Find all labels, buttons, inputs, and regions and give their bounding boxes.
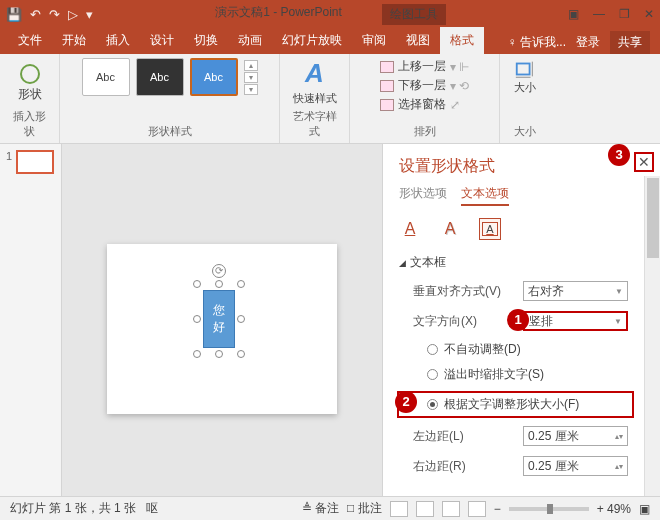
textbox-icon[interactable]: A	[479, 218, 501, 240]
comments-button[interactable]: □ 批注	[347, 500, 382, 517]
shape-text-1: 您	[213, 302, 225, 319]
slideshow-icon[interactable]: ▷	[68, 7, 78, 22]
row-vertical-align: 垂直对齐方式(V) 右对齐▼	[399, 281, 644, 301]
tab-file[interactable]: 文件	[8, 27, 52, 54]
selected-shape[interactable]: ⟳ 您 好	[197, 284, 241, 354]
pane-close-button[interactable]: ✕	[634, 152, 654, 172]
rotation-handle[interactable]: ⟳	[212, 264, 226, 278]
tab-transitions[interactable]: 切换	[184, 27, 228, 54]
group-label: 插入形状	[8, 109, 51, 141]
close-icon[interactable]: ✕	[644, 7, 654, 21]
style-preset-3[interactable]: Abc	[190, 58, 238, 96]
tab-review[interactable]: 审阅	[352, 27, 396, 54]
size-button[interactable]: 大小	[505, 58, 545, 95]
row-text-direction: 文字方向(X) 1 竖排▼	[399, 311, 644, 331]
undo-icon[interactable]: ↶	[30, 7, 41, 22]
radio-no-autofit[interactable]: 不自动调整(D)	[399, 341, 644, 358]
status-bar: 幻灯片 第 1 张，共 1 张 呕 ≜ 备注 □ 批注 − + 49% ▣	[0, 496, 660, 520]
pane-title: 设置形状格式	[399, 156, 644, 177]
text-effects-icon[interactable]: A	[439, 218, 461, 240]
resize-handle-s[interactable]	[215, 350, 223, 358]
section-textbox[interactable]: ◢ 文本框	[399, 254, 644, 271]
shapes-label: 形状	[18, 86, 42, 103]
ribbon-options-icon[interactable]: ▣	[568, 7, 579, 21]
notes-button[interactable]: ≜ 备注	[302, 500, 339, 517]
radio-shrink-overflow[interactable]: 溢出时缩排文字(S)	[399, 366, 644, 383]
view-normal-icon[interactable]	[390, 501, 408, 517]
group-label: 艺术字样式	[288, 109, 341, 141]
pane-category-icons: A A A	[399, 218, 644, 240]
left-margin-input[interactable]: 0.25 厘米▴▾	[523, 426, 628, 446]
group-wordart-styles: A 快速样式 艺术字样式	[280, 54, 350, 143]
resize-handle-sw[interactable]	[193, 350, 201, 358]
view-slideshow-icon[interactable]	[468, 501, 486, 517]
direction-dropdown[interactable]: 竖排▼	[523, 311, 628, 331]
group-label: 排列	[414, 124, 436, 141]
style-preset-2[interactable]: Abc	[136, 58, 184, 96]
tell-me[interactable]: ♀ 告诉我...	[508, 34, 566, 51]
save-icon[interactable]: 💾	[6, 7, 22, 22]
tab-view[interactable]: 视图	[396, 27, 440, 54]
slide: ⟳ 您 好	[107, 244, 337, 414]
shapes-button[interactable]: 形状	[10, 58, 50, 108]
bring-forward[interactable]: 上移一层▾ ⊩	[380, 58, 469, 75]
scrollbar-thumb[interactable]	[647, 178, 659, 258]
quick-styles-button[interactable]: A 快速样式	[293, 58, 337, 108]
minimize-icon[interactable]: —	[593, 7, 605, 21]
row-right-margin: 右边距(R) 0.25 厘米▴▾	[399, 456, 644, 476]
resize-handle-se[interactable]	[237, 350, 245, 358]
tab-design[interactable]: 设计	[140, 27, 184, 54]
qat-more-icon[interactable]: ▾	[86, 7, 93, 22]
restore-icon[interactable]: ❐	[619, 7, 630, 21]
document-title: 演示文稿1 - PowerPoint	[215, 4, 342, 25]
sign-in[interactable]: 登录	[576, 34, 600, 51]
group-label: 形状样式	[148, 124, 192, 141]
wordart-icon: A	[305, 58, 324, 89]
slide-thumbnails: 1	[0, 144, 62, 496]
size-icon	[514, 58, 536, 80]
pane-subtabs: 形状选项 文本选项	[399, 185, 644, 206]
subtab-shape-options[interactable]: 形状选项	[399, 185, 447, 206]
zoom-slider[interactable]	[509, 507, 589, 511]
contextual-tools-label: 绘图工具	[382, 4, 446, 25]
slide-counter: 幻灯片 第 1 张，共 1 张	[10, 500, 136, 517]
view-sorter-icon[interactable]	[416, 501, 434, 517]
pane-scrollbar[interactable]	[644, 176, 660, 496]
tab-slideshow[interactable]: 幻灯片放映	[272, 27, 352, 54]
slide-canvas[interactable]: ⟳ 您 好	[62, 144, 382, 496]
resize-handle-w[interactable]	[193, 315, 201, 323]
gallery-scroll[interactable]: ▴▾▾	[244, 60, 258, 95]
tab-home[interactable]: 开始	[52, 27, 96, 54]
resize-handle-ne[interactable]	[237, 280, 245, 288]
group-shape-styles: Abc Abc Abc ▴▾▾ 形状样式	[60, 54, 280, 143]
send-backward[interactable]: 下移一层▾ ⟲	[380, 77, 469, 94]
row-left-margin: 左边距(L) 0.25 厘米▴▾	[399, 426, 644, 446]
tab-format[interactable]: 格式	[440, 27, 484, 54]
valign-dropdown[interactable]: 右对齐▼	[523, 281, 628, 301]
quick-styles-label: 快速样式	[293, 91, 337, 106]
zoom-level[interactable]: + 49%	[597, 502, 631, 516]
callout-2: 2	[395, 391, 417, 413]
share-button[interactable]: 共享	[610, 31, 650, 54]
subtab-text-options[interactable]: 文本选项	[461, 185, 509, 206]
thumbnail-1[interactable]: 1	[6, 150, 55, 174]
svg-rect-0	[517, 64, 530, 75]
title-bar: 💾 ↶ ↷ ▷ ▾ 演示文稿1 - PowerPoint 绘图工具 ▣ — ❐ …	[0, 0, 660, 28]
tab-insert[interactable]: 插入	[96, 27, 140, 54]
radio-resize-shape[interactable]: 根据文字调整形状大小(F)	[397, 391, 634, 418]
view-reading-icon[interactable]	[442, 501, 460, 517]
style-preset-1[interactable]: Abc	[82, 58, 130, 96]
shape-text-2: 好	[213, 319, 225, 336]
resize-handle-nw[interactable]	[193, 280, 201, 288]
tab-animations[interactable]: 动画	[228, 27, 272, 54]
redo-icon[interactable]: ↷	[49, 7, 60, 22]
resize-handle-e[interactable]	[237, 315, 245, 323]
text-fill-icon[interactable]: A	[399, 218, 421, 240]
right-margin-input[interactable]: 0.25 厘米▴▾	[523, 456, 628, 476]
resize-handle-n[interactable]	[215, 280, 223, 288]
fit-window-icon[interactable]: ▣	[639, 502, 650, 516]
valign-label: 垂直对齐方式(V)	[413, 283, 523, 300]
selection-pane[interactable]: 选择窗格⤢	[380, 96, 469, 113]
section-label: 文本框	[410, 254, 446, 271]
language-indicator[interactable]: 呕	[146, 500, 158, 517]
